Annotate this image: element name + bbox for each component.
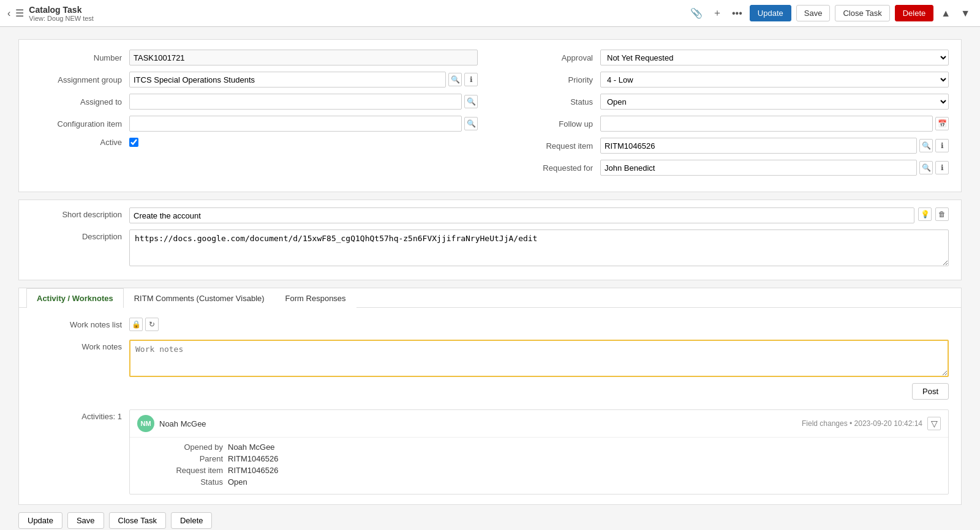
tab-activity-worknotes[interactable]: Activity / Worknotes: [26, 288, 124, 308]
activity-tab-content: Work notes list 🔒 ↻ Work notes Post Acti…: [19, 308, 961, 504]
delete-button[interactable]: Delete: [895, 5, 934, 21]
worknotes-textarea[interactable]: [129, 340, 949, 377]
number-row: Number: [31, 50, 478, 65]
top-bar-right: 📎 ＋ ••• Update Save Close Task Delete ▲ …: [688, 4, 973, 22]
requested-for-row: Requested for 🔍 ℹ: [502, 160, 949, 176]
bottom-save-button[interactable]: Save: [67, 512, 104, 529]
menu-icon[interactable]: ☰: [15, 7, 24, 19]
nav-prev-icon[interactable]: ▲: [938, 6, 953, 21]
page-title-block: Catalog Task View: Doug NEW test: [29, 5, 94, 22]
request-item-search-icon[interactable]: 🔍: [919, 139, 933, 152]
field-val-opened-by: Noah McGee: [228, 442, 941, 452]
approval-select[interactable]: Not Yet Requested Requested Approved Rej…: [600, 50, 949, 65]
attach-icon[interactable]: 📎: [688, 5, 705, 21]
status-label: Status: [502, 97, 600, 106]
short-desc-label: Short description: [31, 207, 129, 219]
status-row: Status Open Work In Progress Closed Comp…: [502, 94, 949, 110]
activity-header-right: Field changes • 2023-09-20 10:42:14 ▽: [802, 417, 941, 430]
plus-icon[interactable]: ＋: [710, 4, 725, 22]
assignment-group-search-icon[interactable]: 🔍: [448, 73, 462, 86]
assigned-to-input[interactable]: [129, 94, 462, 110]
form-left: Number Assignment group 🔍 ℹ Assigned to …: [31, 50, 478, 182]
field-key-status: Status: [137, 477, 223, 487]
request-item-wrap: 🔍 ℹ: [600, 138, 949, 154]
worknotes-row: Work notes: [31, 340, 949, 377]
assigned-to-row: Assigned to 🔍: [31, 94, 478, 110]
activity-body: Opened by Noah McGee Parent RITM1046526 …: [130, 438, 948, 494]
follow-up-input[interactable]: [600, 116, 933, 132]
main-content: Number Assignment group 🔍 ℹ Assigned to …: [0, 27, 980, 530]
more-icon[interactable]: •••: [729, 6, 745, 21]
activity-fields: Opened by Noah McGee Parent RITM1046526 …: [137, 442, 941, 487]
worknotes-list-row: Work notes list 🔒 ↻: [31, 318, 949, 331]
requested-for-info-icon[interactable]: ℹ: [935, 161, 949, 174]
active-checkbox[interactable]: [129, 138, 138, 147]
post-button[interactable]: Post: [912, 383, 949, 400]
assignment-group-wrap: 🔍 ℹ: [129, 72, 478, 88]
assignment-group-input[interactable]: [129, 72, 446, 88]
priority-select[interactable]: 1 - Critical 2 - High 3 - Moderate 4 - L…: [600, 72, 949, 88]
config-item-row: Configuration item 🔍: [31, 116, 478, 132]
tab-form-responses[interactable]: Form Responses: [275, 288, 356, 308]
config-item-search-icon[interactable]: 🔍: [464, 117, 478, 130]
activity-box: NM Noah McGee Field changes • 2023-09-20…: [129, 409, 949, 495]
short-desc-clear-icon[interactable]: 🗑: [935, 207, 949, 221]
update-button[interactable]: Update: [750, 5, 791, 21]
bottom-buttons: Update Save Close Task Delete: [18, 512, 962, 529]
form-section: Number Assignment group 🔍 ℹ Assigned to …: [18, 39, 962, 192]
request-item-row: Request item 🔍 ℹ: [502, 138, 949, 154]
number-input: [129, 50, 478, 65]
approval-label: Approval: [502, 53, 600, 62]
worknotes-list-label: Work notes list: [31, 320, 129, 329]
short-desc-input[interactable]: [129, 207, 914, 223]
requested-for-label: Requested for: [502, 163, 600, 173]
assignment-group-label: Assignment group: [31, 75, 129, 84]
config-item-input[interactable]: [129, 116, 462, 132]
config-item-label: Configuration item: [31, 119, 129, 129]
activity-tabs-section: Activity / Worknotes RITM Comments (Cust…: [18, 288, 962, 505]
tab-ritm-comments[interactable]: RITM Comments (Customer Visable): [124, 288, 275, 308]
short-desc-wrap: 💡 🗑: [129, 207, 949, 223]
activity-filter-icon[interactable]: ▽: [927, 417, 941, 430]
activity-tab-list: Activity / Worknotes RITM Comments (Cust…: [19, 288, 961, 308]
requested-for-search-icon[interactable]: 🔍: [919, 161, 933, 174]
desc-row: Description https://docs.google.com/docu…: [31, 230, 949, 266]
top-bar: ‹ ☰ Catalog Task View: Doug NEW test 📎 ＋…: [0, 0, 980, 27]
requested-for-input[interactable]: [600, 160, 917, 176]
assigned-to-search-icon[interactable]: 🔍: [464, 95, 478, 108]
priority-label: Priority: [502, 75, 600, 84]
activity-timestamp: Field changes • 2023-09-20 10:42:14: [802, 419, 922, 428]
back-icon[interactable]: ‹: [7, 8, 10, 19]
requested-for-wrap: 🔍 ℹ: [600, 160, 949, 176]
status-select[interactable]: Open Work In Progress Closed Complete Cl…: [600, 94, 949, 110]
field-key-opened-by: Opened by: [137, 442, 223, 452]
worknotes-label: Work notes: [31, 340, 129, 351]
follow-up-calendar-icon[interactable]: 📅: [935, 117, 949, 130]
approval-row: Approval Not Yet Requested Requested App…: [502, 50, 949, 65]
worknotes-list-refresh-icon[interactable]: ↻: [145, 318, 159, 331]
page-title: Catalog Task: [29, 5, 94, 15]
bottom-close-task-button[interactable]: Close Task: [109, 512, 166, 529]
save-button[interactable]: Save: [796, 5, 831, 21]
activity-header-left: NM Noah McGee: [137, 415, 206, 432]
assigned-to-label: Assigned to: [31, 97, 129, 106]
assigned-to-wrap: 🔍: [129, 94, 478, 110]
field-key-request-item: Request item: [137, 466, 223, 475]
follow-up-wrap: 📅: [600, 116, 949, 132]
bottom-update-button[interactable]: Update: [18, 512, 62, 529]
short-desc-bulb-icon[interactable]: 💡: [918, 207, 932, 221]
short-desc-row: Short description 💡 🗑: [31, 207, 949, 223]
field-val-request-item: RITM1046526: [228, 466, 941, 475]
follow-up-label: Follow up: [502, 119, 600, 129]
request-item-input[interactable]: [600, 138, 917, 154]
close-task-button[interactable]: Close Task: [835, 5, 889, 21]
bottom-delete-button[interactable]: Delete: [171, 512, 213, 529]
assignment-group-info-icon[interactable]: ℹ: [464, 73, 478, 86]
desc-textarea[interactable]: https://docs.google.com/document/d/15xwF…: [129, 230, 949, 266]
activities-label: Activities: 1: [31, 409, 129, 421]
worknotes-list-lock-icon[interactable]: 🔒: [129, 318, 143, 331]
request-item-info-icon[interactable]: ℹ: [935, 139, 949, 152]
top-bar-left: ‹ ☰ Catalog Task View: Doug NEW test: [7, 5, 94, 22]
activity-author: Noah McGee: [159, 419, 206, 428]
nav-next-icon[interactable]: ▼: [958, 6, 973, 21]
